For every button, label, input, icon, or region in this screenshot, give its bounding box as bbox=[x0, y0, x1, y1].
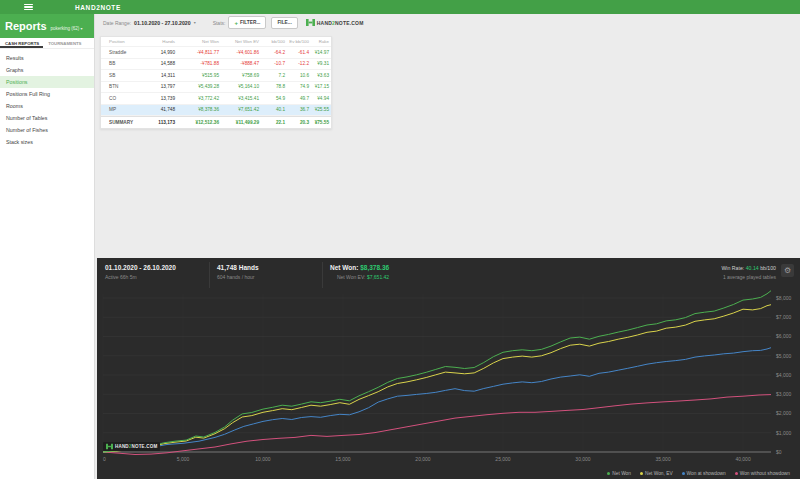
axis-tick-label: 15,000 bbox=[335, 456, 351, 462]
table-cell: -12.2 bbox=[289, 61, 313, 66]
sidebar-item-number-of-tables[interactable]: Number of Tables bbox=[0, 112, 94, 124]
column-header[interactable]: Ev bb/100 bbox=[289, 39, 313, 44]
column-header[interactable]: Position bbox=[101, 39, 141, 44]
table-cell: 7.2 bbox=[263, 73, 289, 78]
hand2note-logo-icon bbox=[306, 18, 315, 27]
sidebar-item-stack-sizes[interactable]: Stack sizes bbox=[0, 136, 94, 148]
table-cell: ¥75.55 bbox=[313, 120, 333, 125]
table-cell: ¥12,512.36 bbox=[179, 120, 223, 125]
table-row[interactable]: MP41,748¥8,378.36¥7,651.4240.136.7¥25.55 bbox=[101, 105, 331, 117]
plus-icon: + bbox=[234, 20, 238, 26]
axis-tick-label: $6,000 bbox=[776, 333, 792, 339]
top-bar: HAND2NOTE bbox=[0, 0, 800, 14]
table-cell: 40.1 bbox=[263, 107, 289, 112]
table-cell: 22.1 bbox=[263, 120, 289, 125]
legend-item[interactable]: Won without showdown bbox=[735, 471, 790, 476]
table-row[interactable]: CO13,739¥3,772.42¥3,415.4154.949.7¥4.94 bbox=[101, 93, 331, 105]
sidebar-item-results[interactable]: Results bbox=[0, 52, 94, 64]
table-cell: ¥515.95 bbox=[179, 73, 223, 78]
table-cell: -¥888.47 bbox=[223, 61, 263, 66]
legend-item[interactable]: Net Won bbox=[607, 471, 631, 476]
axis-tick-label: 30,000 bbox=[575, 456, 591, 462]
legend-dot-icon bbox=[607, 472, 610, 475]
table-cell: ¥7,651.42 bbox=[223, 107, 263, 112]
table-cell: SUMMARY bbox=[101, 120, 141, 125]
series-net-won bbox=[103, 291, 771, 452]
table-cell: 36.7 bbox=[289, 107, 313, 112]
file-button[interactable]: FILE... bbox=[271, 17, 297, 29]
table-cell: ¥14.97 bbox=[313, 50, 333, 55]
table-cell: MP bbox=[101, 107, 141, 112]
table-cell: 41,748 bbox=[141, 107, 179, 112]
table-row[interactable]: BTN13,797¥5,439.28¥5,164.1078.874.9¥17.1… bbox=[101, 82, 331, 94]
table-cell: 10.6 bbox=[289, 73, 313, 78]
table-cell: ¥4.94 bbox=[313, 96, 333, 101]
table-cell: -¥4,811.77 bbox=[179, 50, 223, 55]
table-row[interactable]: BB14,588-¥781.88-¥888.47-10.7-12.2¥9.31 bbox=[101, 59, 331, 71]
filter-button[interactable]: + FILTER... bbox=[228, 16, 266, 29]
legend-label: Won without showdown bbox=[740, 471, 790, 476]
table-cell: 14,990 bbox=[141, 50, 179, 55]
axis-tick-label: $0 bbox=[776, 449, 782, 455]
axis-tick-label: 20,000 bbox=[415, 456, 431, 462]
table-cell: BTN bbox=[101, 84, 141, 89]
legend-item[interactable]: Won at showdown bbox=[682, 471, 726, 476]
column-header[interactable]: Net Won EV bbox=[223, 39, 263, 44]
legend-dot-icon bbox=[735, 472, 738, 475]
axis-tick-label: $8,000 bbox=[776, 295, 792, 301]
column-header[interactable]: Net Won bbox=[179, 39, 223, 44]
report-list: ResultsGraphsPositionsPositions Full Rin… bbox=[0, 49, 94, 148]
axis-tick-label: $1,000 bbox=[776, 430, 792, 436]
gear-icon[interactable]: ⚙ bbox=[781, 264, 794, 277]
table-cell: ¥17.15 bbox=[313, 84, 333, 89]
column-header[interactable]: bb/100 bbox=[263, 39, 289, 44]
avg-tables: 1 average played tables bbox=[721, 274, 776, 280]
sidebar-item-positions[interactable]: Positions bbox=[0, 76, 94, 88]
axis-tick-label: $4,000 bbox=[776, 372, 792, 378]
axis-tick-label: $5,000 bbox=[776, 353, 792, 359]
tab-tournaments[interactable]: TOURNAMENTS bbox=[43, 38, 85, 48]
hand2note-brand-link[interactable]: HAND2NOTE.COM bbox=[306, 18, 364, 27]
table-cell: Straddle bbox=[101, 50, 141, 55]
series-won-at-showdown bbox=[103, 348, 771, 452]
axis-tick-label: $7,000 bbox=[776, 314, 792, 320]
table-row[interactable]: Straddle14,990-¥4,811.77-¥4,601.86-64.2-… bbox=[101, 47, 331, 59]
date-range-value[interactable]: 01.10.2020 - 27.10.2020 bbox=[134, 20, 191, 26]
legend-label: Won at showdown bbox=[687, 471, 726, 476]
account-selector[interactable]: pokerking (62) ▾ bbox=[51, 26, 83, 31]
stats-label: Stats: bbox=[213, 20, 226, 26]
chevron-down-icon[interactable]: ▾ bbox=[194, 20, 196, 25]
menu-icon[interactable] bbox=[24, 4, 33, 11]
table-cell: 113,173 bbox=[141, 120, 179, 125]
legend-dot-icon bbox=[640, 472, 643, 475]
table-row[interactable]: SB14,311¥515.95¥758.697.210.6¥3.63 bbox=[101, 70, 331, 82]
watermark-text: HAND2NOTE.COM bbox=[115, 444, 157, 449]
table-cell: ¥5,439.28 bbox=[179, 84, 223, 89]
graph-active-time: Active 66h 5m bbox=[105, 274, 176, 280]
legend-label: Net Won, EV bbox=[645, 471, 673, 476]
axis-tick-label: 5,000 bbox=[177, 456, 190, 462]
table-cell: ¥25.55 bbox=[313, 107, 333, 112]
watermark: HAND2NOTE.COM bbox=[103, 442, 160, 451]
axis-tick-label: $3,000 bbox=[776, 391, 792, 397]
table-row[interactable]: SUMMARY113,173¥12,512.36¥11,499.2922.120… bbox=[101, 116, 331, 128]
table-cell: ¥9.31 bbox=[313, 61, 333, 66]
graph-networn-block: Net Won: $8,378.36 Net Won EV: $7,651.42 bbox=[330, 264, 389, 280]
table-cell: BB bbox=[101, 61, 141, 66]
column-header[interactable]: Hands bbox=[141, 39, 179, 44]
table-cell: 14,311 bbox=[141, 73, 179, 78]
legend-item[interactable]: Net Won, EV bbox=[640, 471, 673, 476]
sidebar-item-graphs[interactable]: Graphs bbox=[0, 64, 94, 76]
table-cell: 78.8 bbox=[263, 84, 289, 89]
column-header[interactable]: Rake bbox=[313, 39, 333, 44]
table-cell: 14,588 bbox=[141, 61, 179, 66]
graph-net-won-ev: Net Won EV: $7,651.42 bbox=[330, 274, 389, 280]
sidebar-item-number-of-fishes[interactable]: Number of Fishes bbox=[0, 124, 94, 136]
tab-cash-reports[interactable]: CASH REPORTS bbox=[0, 38, 43, 48]
table-cell: ¥3,415.41 bbox=[223, 96, 263, 101]
legend-dot-icon bbox=[682, 472, 685, 475]
sidebar-item-rooms[interactable]: Rooms bbox=[0, 100, 94, 112]
sidebar-item-positions-full-ring[interactable]: Positions Full Ring bbox=[0, 88, 94, 100]
axis-tick-label: 25,000 bbox=[495, 456, 511, 462]
report-tabs: CASH REPORTSTOURNAMENTS bbox=[0, 38, 94, 49]
